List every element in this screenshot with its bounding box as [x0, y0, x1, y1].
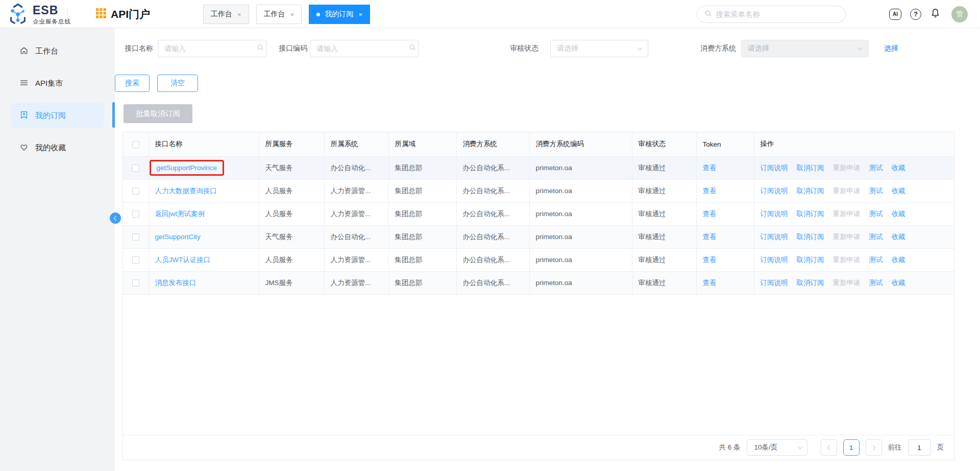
action-test[interactable]: 测试: [869, 279, 883, 287]
choose-consumer-link[interactable]: 选择: [884, 40, 898, 57]
search-icon: [409, 44, 416, 53]
token-view-link[interactable]: 查看: [703, 256, 717, 264]
help-icon[interactable]: ?: [910, 9, 921, 20]
top-bar: ESB 企业服务总线 API门户 工作台 × 工作台 × 我的订: [0, 0, 980, 28]
interface-name-link[interactable]: 人员JWT认证接口: [155, 255, 211, 265]
actions-cell: 订阅说明取消订阅重新申请测试收藏: [754, 202, 954, 225]
action-subscription-info[interactable]: 订阅说明: [761, 233, 788, 241]
sidebar-item-my-subscriptions[interactable]: 我的订阅: [11, 103, 104, 128]
page-unit-label: 页: [937, 443, 944, 452]
action-reapply: 重新申请: [833, 233, 861, 241]
interface-name-link[interactable]: 人力大数据查询接口: [155, 186, 217, 196]
action-unsubscribe[interactable]: 取消订阅: [797, 279, 824, 287]
token-view-link[interactable]: 查看: [703, 279, 717, 287]
action-unsubscribe[interactable]: 取消订阅: [797, 164, 824, 172]
action-test[interactable]: 测试: [869, 256, 883, 264]
page-size-select[interactable]: 10条/页: [747, 439, 807, 456]
notification-bell-icon[interactable]: [930, 8, 941, 20]
token-view-link[interactable]: 查看: [703, 210, 717, 218]
table-row: 人员JWT认证接口 人员服务 人力资源管... 集团总部 办公自动化系... p…: [123, 248, 954, 271]
tab-close-icon[interactable]: ×: [237, 11, 241, 18]
domain-cell: 集团总部: [388, 248, 456, 271]
interface-name-link[interactable]: getSupportProvince: [150, 160, 225, 176]
interface-name-field[interactable]: [164, 44, 257, 53]
action-favorite[interactable]: 收藏: [892, 279, 905, 287]
tab-close-icon[interactable]: ×: [290, 11, 295, 18]
action-subscription-info[interactable]: 订阅说明: [761, 164, 788, 172]
search-button[interactable]: 搜索: [115, 75, 150, 92]
action-subscription-info[interactable]: 订阅说明: [761, 187, 788, 195]
row-checkbox[interactable]: [132, 187, 139, 195]
row-checkbox[interactable]: [132, 210, 139, 218]
sidebar-item-api-market[interactable]: API集市: [11, 70, 104, 96]
menu-search-box[interactable]: [697, 6, 846, 23]
action-unsubscribe[interactable]: 取消订阅: [797, 256, 824, 264]
menu-search-input[interactable]: [716, 10, 838, 18]
filter-bar: 接口名称 接口编码 审核状态 请选择 消费方系统 请选择: [115, 40, 980, 57]
audit-status-select[interactable]: 请选择: [550, 40, 648, 57]
interface-name-link[interactable]: getSupportCity: [155, 233, 201, 241]
audit-status-cell: 审核通过: [632, 202, 696, 225]
row-checkbox[interactable]: [132, 279, 139, 287]
consumer-code-cell: primeton.oa: [529, 156, 632, 179]
action-reapply: 重新申请: [833, 164, 861, 172]
token-view-link[interactable]: 查看: [703, 233, 717, 241]
system-cell: 人力资源管...: [324, 271, 388, 294]
tab-close-icon[interactable]: ×: [358, 11, 362, 18]
current-page-button[interactable]: 1: [843, 439, 860, 456]
row-checkbox[interactable]: [132, 256, 139, 264]
batch-unsubscribe-button[interactable]: 批量取消订阅: [124, 104, 192, 123]
action-subscription-info[interactable]: 订阅说明: [761, 256, 788, 264]
action-subscription-info[interactable]: 订阅说明: [761, 210, 788, 218]
esb-logo-subtitle: 企业服务总线: [33, 18, 71, 26]
consumer-system-select[interactable]: 请选择: [741, 40, 869, 57]
interface-code-input[interactable]: [310, 40, 419, 57]
audit-status-cell: 审核通过: [632, 156, 696, 179]
actions-cell: 订阅说明取消订阅重新申请测试收藏: [754, 179, 954, 202]
user-avatar[interactable]: 管: [951, 6, 968, 22]
audit-status-cell: 审核通过: [632, 271, 696, 294]
sidebar-item-my-favorites[interactable]: 我的收藏: [11, 135, 104, 160]
goto-page-input[interactable]: [908, 439, 931, 456]
menu-lines-icon: [19, 78, 29, 89]
consumer-code-cell: primeton.oa: [529, 248, 632, 271]
col-interface-name: 接口名称: [149, 132, 259, 156]
action-test[interactable]: 测试: [869, 187, 883, 195]
action-favorite[interactable]: 收藏: [892, 210, 905, 218]
action-test[interactable]: 测试: [869, 210, 883, 218]
interface-name-link[interactable]: 消息发布接口: [155, 278, 197, 288]
select-all-checkbox[interactable]: [132, 141, 139, 148]
action-test[interactable]: 测试: [869, 164, 883, 172]
consumer-cell: 办公自动化系...: [456, 156, 529, 179]
sidebar-item-workbench[interactable]: 工作台: [11, 38, 104, 64]
ai-assistant-icon[interactable]: AI: [889, 9, 901, 20]
action-test[interactable]: 测试: [869, 233, 883, 241]
service-cell: 人员服务: [259, 202, 324, 225]
action-unsubscribe[interactable]: 取消订阅: [797, 233, 824, 241]
subscription-table: 接口名称 所属服务 所属系统 所属域 消费方系统 消费方系统编码 审核状态 To…: [123, 132, 954, 295]
search-icon: [704, 10, 712, 19]
prev-page-button[interactable]: [821, 439, 837, 456]
tab-workbench-1[interactable]: 工作台 ×: [203, 5, 249, 24]
clear-button[interactable]: 清空: [157, 75, 198, 92]
interface-code-field[interactable]: [316, 44, 409, 53]
action-unsubscribe[interactable]: 取消订阅: [797, 210, 824, 218]
next-page-button[interactable]: [866, 439, 882, 456]
token-view-link[interactable]: 查看: [703, 187, 717, 195]
action-favorite[interactable]: 收藏: [892, 256, 905, 264]
row-checkbox[interactable]: [132, 233, 139, 241]
chevron-down-icon: [797, 444, 802, 450]
action-favorite[interactable]: 收藏: [892, 233, 905, 241]
action-favorite[interactable]: 收藏: [892, 187, 905, 195]
token-view-link[interactable]: 查看: [703, 164, 717, 172]
row-checkbox[interactable]: [132, 164, 139, 172]
tab-my-subscriptions[interactable]: 我的订阅 ×: [309, 5, 370, 24]
action-unsubscribe[interactable]: 取消订阅: [797, 187, 824, 195]
action-subscription-info[interactable]: 订阅说明: [761, 279, 788, 287]
interface-name-input[interactable]: [158, 40, 266, 57]
sidebar-collapse-toggle[interactable]: [110, 213, 121, 224]
table-header-row: 接口名称 所属服务 所属系统 所属域 消费方系统 消费方系统编码 审核状态 To…: [123, 132, 954, 156]
tab-workbench-2[interactable]: 工作台 ×: [256, 5, 302, 24]
interface-name-link[interactable]: 返回jwt测试案例: [155, 209, 205, 219]
action-favorite[interactable]: 收藏: [892, 164, 905, 172]
